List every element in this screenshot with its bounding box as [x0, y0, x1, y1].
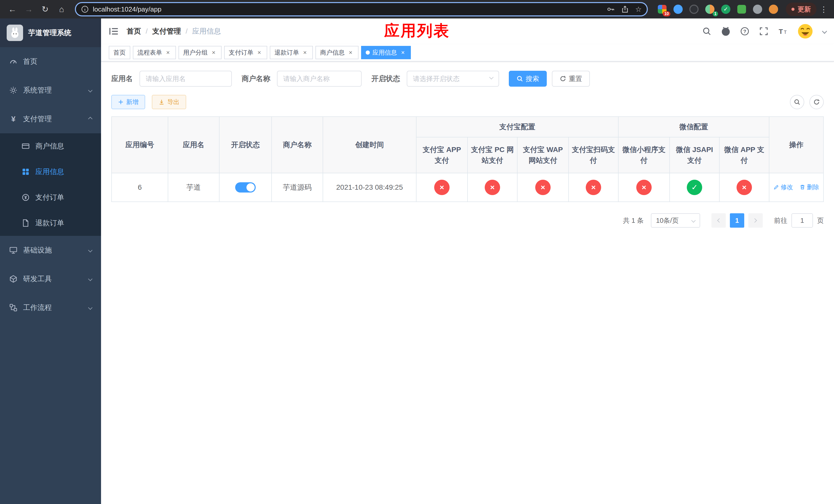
reset-button[interactable]: 重置 — [552, 71, 590, 87]
status-label: 开启状态 — [371, 74, 400, 84]
extension-profile-icon[interactable]: 1 — [705, 4, 715, 14]
tab-close-icon[interactable]: × — [210, 49, 217, 56]
sidebar-item-home[interactable]: 首页 — [0, 47, 101, 76]
cell-app-name: 芋道 — [168, 173, 219, 202]
app-logo[interactable]: 芋道管理系统 — [0, 19, 101, 47]
merchant-name-input[interactable] — [277, 71, 361, 87]
tab-close-icon[interactable]: × — [302, 49, 308, 56]
address-bar[interactable]: localhost:1024/pay/app ☆ — [75, 2, 648, 17]
extension-collage-icon[interactable]: 10 — [657, 4, 667, 14]
page-number-1[interactable]: 1 — [730, 213, 744, 228]
extension-drop-icon[interactable] — [673, 4, 683, 14]
edit-link[interactable]: 修改 — [773, 183, 793, 191]
wechat-jsapi-status-icon: ✓ — [687, 180, 702, 195]
sidebar-item-payment[interactable]: ¥ 支付管理 — [0, 105, 101, 133]
sidebar-item-pay-orders[interactable]: 支付订单 — [0, 185, 101, 210]
toggle-search-button[interactable] — [790, 95, 804, 109]
browser-home-icon[interactable]: ⌂ — [54, 2, 69, 17]
gear-icon — [9, 86, 18, 94]
search-icon[interactable] — [702, 26, 712, 37]
filter-form: 应用名 商户名称 开启状态 请选择开启状态 — [111, 71, 824, 87]
tab-app-info[interactable]: 应用信息 × — [361, 46, 411, 59]
monitor-icon — [9, 246, 18, 254]
chevron-right-icon — [753, 219, 757, 223]
tab-user-group[interactable]: 用户分组 × — [178, 46, 222, 59]
sidebar-item-devtools[interactable]: 研发工具 — [0, 265, 101, 293]
app-name-label: 应用名 — [111, 74, 133, 84]
document-icon — [22, 219, 30, 227]
wechat-mini-status-icon: × — [636, 180, 652, 195]
status-toggle[interactable] — [235, 182, 256, 192]
breadcrumb-payment[interactable]: 支付管理 — [152, 26, 181, 36]
active-tab-dot-icon — [366, 50, 370, 54]
tab-close-icon[interactable]: × — [256, 49, 263, 56]
browser-update-button[interactable]: 更新 — [786, 3, 816, 16]
add-button[interactable]: 新增 — [111, 95, 145, 109]
sidebar-item-refund-orders[interactable]: 退款订单 — [0, 210, 101, 236]
col-operations: 操作 — [769, 117, 824, 173]
sidebar-item-merchant-info[interactable]: 商户信息 — [0, 133, 101, 159]
refresh-button[interactable] — [809, 95, 824, 109]
tab-close-icon[interactable]: × — [347, 49, 354, 56]
delete-link[interactable]: 删除 — [799, 183, 819, 191]
col-wechat-mini: 微信小程序支付 — [618, 137, 670, 173]
password-key-icon[interactable] — [607, 5, 615, 13]
extension-face-icon[interactable] — [768, 4, 778, 14]
extension-dark-icon[interactable] — [689, 4, 699, 14]
tab-home[interactable]: 首页 — [109, 46, 130, 59]
github-icon[interactable] — [721, 26, 731, 37]
tab-merchant-info[interactable]: 商户信息 × — [315, 46, 358, 59]
breadcrumb-current: 应用信息 — [192, 26, 221, 36]
user-menu-caret-icon[interactable] — [822, 29, 827, 34]
breadcrumb-home[interactable]: 首页 — [127, 26, 141, 36]
chevron-down-icon — [88, 88, 93, 93]
extension-note-icon[interactable] — [737, 4, 747, 14]
app-name-input[interactable] — [139, 71, 232, 87]
sidebar-item-app-info[interactable]: 应用信息 — [0, 159, 101, 185]
tab-close-icon[interactable]: × — [399, 49, 406, 56]
navbar-icons: ? T T — [702, 23, 826, 40]
sidebar-item-infra[interactable]: 基础设施 — [0, 236, 101, 265]
yen-icon: ¥ — [9, 115, 18, 123]
export-button[interactable]: 导出 — [152, 95, 186, 109]
browser-back-icon[interactable]: ← — [5, 2, 20, 17]
browser-reload-icon[interactable]: ↻ — [38, 2, 52, 17]
help-icon[interactable]: ? — [740, 26, 750, 37]
card-icon — [22, 142, 30, 150]
extension-check-icon[interactable]: ✓ — [721, 4, 731, 14]
extension-profile-badge: 1 — [713, 11, 718, 17]
search-button[interactable]: 搜索 — [509, 71, 547, 87]
browser-menu-icon[interactable]: ⋮ — [819, 5, 829, 14]
sidebar: 芋道管理系统 首页 系统管理 ¥ 支付管理 — [0, 19, 101, 504]
browser-forward-icon[interactable]: → — [22, 2, 36, 17]
chevron-down-icon — [88, 248, 93, 253]
col-merchant: 商户名称 — [271, 117, 323, 173]
sidebar-fold-icon[interactable] — [109, 26, 119, 37]
svg-text:T: T — [784, 30, 787, 35]
wechat-app-status-icon: × — [737, 180, 752, 195]
tab-process-form[interactable]: 流程表单 × — [133, 46, 176, 59]
share-icon[interactable] — [621, 5, 629, 13]
font-size-icon[interactable]: T T — [777, 26, 788, 37]
status-select[interactable]: 请选择开启状态 — [407, 71, 499, 87]
fullscreen-icon[interactable] — [759, 26, 769, 37]
site-info-icon[interactable] — [81, 5, 89, 13]
page-size-select[interactable]: 10条/页 — [651, 213, 700, 228]
extension-puzzle-icon[interactable] — [752, 4, 763, 14]
prev-page-button[interactable] — [711, 213, 726, 228]
pagination: 共 1 条 10条/页 1 前往 页 — [111, 213, 824, 228]
col-created: 创建时间 — [323, 117, 416, 173]
tab-pay-orders[interactable]: 支付订单 × — [224, 46, 267, 59]
main-area: 首页 / 支付管理 / 应用信息 — [101, 19, 834, 504]
user-avatar[interactable] — [796, 23, 814, 40]
next-page-button[interactable] — [748, 213, 763, 228]
bookmark-star-icon[interactable]: ☆ — [635, 5, 642, 14]
goto-page-input[interactable] — [791, 213, 813, 228]
sidebar-item-system[interactable]: 系统管理 — [0, 76, 101, 105]
sidebar-item-workflow[interactable]: 工作流程 — [0, 293, 101, 322]
tab-refund-orders[interactable]: 退款订单 × — [270, 46, 313, 59]
col-alipay-qr: 支付宝扫码支付 — [569, 137, 618, 173]
cell-app-id: 6 — [112, 173, 168, 202]
col-wechat-jsapi: 微信 JSAPI 支付 — [670, 137, 719, 173]
tab-close-icon[interactable]: × — [164, 49, 171, 56]
